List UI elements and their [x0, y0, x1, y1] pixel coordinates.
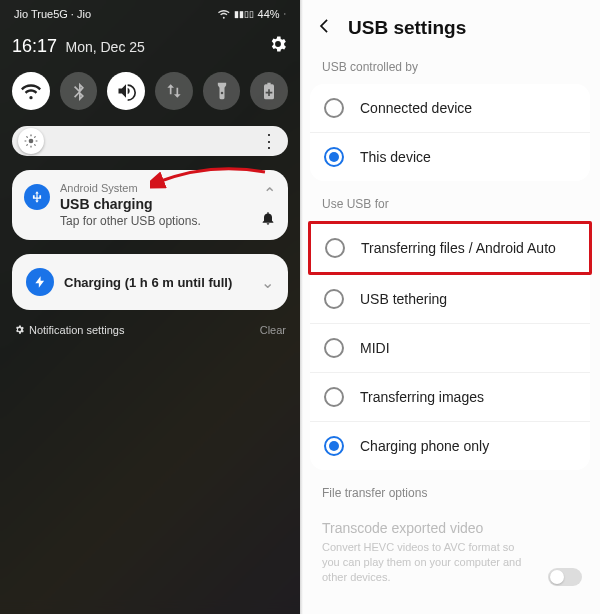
transcode-title: Transcode exported video	[322, 520, 578, 536]
bluetooth-tile[interactable]	[60, 72, 98, 110]
option-transfer-files[interactable]: Transferring files / Android Auto	[311, 224, 589, 272]
data-tile[interactable]	[155, 72, 193, 110]
radio-selected-icon	[324, 436, 344, 456]
clock-date: Mon, Dec 25	[66, 39, 145, 55]
section-use-usb-for: Use USB for	[300, 185, 600, 217]
settings-gear-icon[interactable]	[268, 34, 288, 58]
quick-settings-tiles	[12, 72, 288, 110]
status-bar: Jio True5G · Jio ▮▮▯▯ 44%	[12, 8, 288, 20]
chevron-down-icon[interactable]: ⌄	[261, 273, 274, 292]
bolt-icon	[26, 268, 54, 296]
option-this-device[interactable]: This device	[310, 132, 590, 181]
radio-icon	[324, 289, 344, 309]
radio-icon	[325, 238, 345, 258]
charging-text: Charging (1 h 6 m until full)	[64, 275, 232, 290]
option-midi[interactable]: MIDI	[310, 323, 590, 372]
radio-selected-icon	[324, 147, 344, 167]
clear-all[interactable]: Clear	[260, 324, 286, 336]
usb-icon	[24, 184, 50, 210]
notification-charging[interactable]: Charging (1 h 6 m until full) ⌄	[12, 254, 288, 310]
highlight-box: Transferring files / Android Auto	[308, 221, 592, 275]
annotation-arrow	[150, 162, 270, 200]
option-transfer-images[interactable]: Transferring images	[310, 372, 590, 421]
transcode-desc: Convert HEVC videos to AVC format so you…	[322, 540, 522, 585]
brightness-slider[interactable]: ⋮	[12, 126, 288, 156]
svg-rect-2	[284, 14, 285, 15]
section-usb-controlled-by: USB controlled by	[300, 48, 600, 80]
clock-time: 16:17	[12, 36, 57, 56]
page-title: USB settings	[348, 17, 466, 39]
battery-text: 44%	[258, 8, 280, 20]
signal-icon: ▮▮▯▯	[234, 9, 254, 19]
wifi-tile[interactable]	[12, 72, 50, 110]
notification-subtitle: Tap for other USB options.	[60, 214, 274, 228]
option-charging-only[interactable]: Charging phone only	[310, 421, 590, 470]
transcode-toggle[interactable]	[548, 568, 582, 586]
notification-settings-link[interactable]: Notification settings	[14, 324, 124, 336]
battery-icon	[284, 9, 286, 19]
back-button[interactable]	[314, 16, 334, 40]
section-file-transfer-options: File transfer options	[300, 474, 600, 506]
bell-icon[interactable]	[260, 210, 276, 230]
option-usb-tethering[interactable]: USB tethering	[310, 275, 590, 323]
flashlight-tile[interactable]	[203, 72, 241, 110]
svg-point-3	[29, 139, 34, 144]
carrier-text: Jio True5G · Jio	[14, 8, 91, 20]
brightness-knob[interactable]	[18, 128, 44, 154]
option-connected-device[interactable]: Connected device	[310, 84, 590, 132]
sound-tile[interactable]	[107, 72, 145, 110]
radio-icon	[324, 387, 344, 407]
battery-saver-tile[interactable]	[250, 72, 288, 110]
radio-icon	[324, 98, 344, 118]
wifi-mini-icon	[218, 8, 230, 20]
radio-icon	[324, 338, 344, 358]
